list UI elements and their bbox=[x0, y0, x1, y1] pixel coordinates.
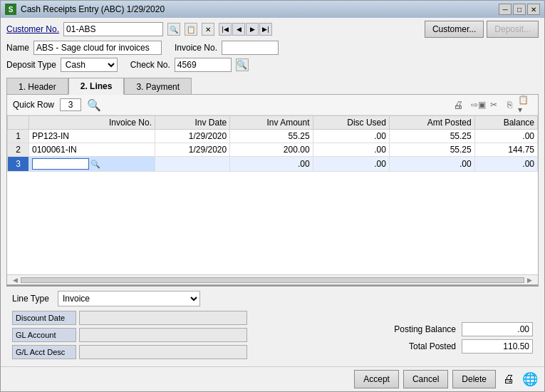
invoice-grid: Invoice No. Inv Date Inv Amount Disc Use… bbox=[7, 115, 538, 172]
cancel-button[interactable]: Cancel bbox=[403, 370, 448, 388]
disc-used-cell: .00 bbox=[313, 130, 389, 143]
tab-payment[interactable]: 3. Payment bbox=[124, 78, 192, 95]
disc-used-cell: .00 bbox=[313, 157, 389, 172]
delete-button[interactable]: Delete bbox=[452, 370, 496, 388]
disc-used-cell: .00 bbox=[313, 143, 389, 157]
invoice-no-cell[interactable]: 0100061-IN bbox=[29, 143, 155, 157]
insert-row-icon[interactable]: ⇨▣ bbox=[471, 98, 485, 112]
invoice-no-label: Invoice No. bbox=[175, 43, 217, 53]
name-row: Name Invoice No. bbox=[6, 41, 539, 55]
invoice-no-edit[interactable] bbox=[32, 158, 89, 170]
customer-button[interactable]: Customer... bbox=[425, 21, 484, 38]
tab-lines[interactable]: 2. Lines bbox=[68, 78, 125, 95]
total-posted-label: Total Posted bbox=[409, 341, 456, 351]
row-num: 3 bbox=[8, 157, 29, 172]
check-search-icon[interactable]: 🔍 bbox=[236, 58, 249, 71]
more-icon[interactable]: 📋▾ bbox=[518, 98, 532, 112]
help-footer-icon[interactable]: 🌐 bbox=[521, 371, 539, 388]
content-area: Customer No. 🔍 📋 ✕ |◀ ◀ ▶ ▶| Customer...… bbox=[1, 18, 544, 366]
table-row[interactable]: 2 0100061-IN 1/29/2020 200.00 .00 55.25 … bbox=[8, 143, 538, 157]
posting-balance-label: Posting Balance bbox=[394, 324, 456, 334]
line-type-row: Line Type Invoice Credit Memo Finance Ch… bbox=[12, 291, 247, 306]
col-header-inv-amount: Inv Amount bbox=[230, 116, 313, 130]
grid-toolbar: Quick Row 🔍 🖨 ⇨▣ ✂ ⎘ 📋▾ bbox=[7, 95, 538, 115]
balance-cell: 144.75 bbox=[474, 143, 537, 157]
app-icon: S bbox=[5, 4, 16, 15]
main-window: S Cash Receipts Entry (ABC) 1/29/2020 ─ … bbox=[0, 0, 545, 392]
inv-date-cell: 1/29/2020 bbox=[155, 143, 230, 157]
name-label: Name bbox=[6, 43, 29, 53]
col-header-amt-posted: Amt Posted bbox=[389, 116, 474, 130]
balance-cell: .00 bbox=[474, 130, 537, 143]
customer-info-icon[interactable]: 📋 bbox=[185, 23, 197, 36]
customer-no-label: Customer No. bbox=[6, 24, 59, 34]
quick-row-input[interactable] bbox=[60, 98, 81, 111]
deposit-button[interactable]: Deposit... bbox=[487, 21, 539, 38]
check-no-input[interactable] bbox=[175, 58, 232, 72]
quick-row-label: Quick Row bbox=[13, 100, 54, 110]
footer-bar: Accept Cancel Delete 🖨 🌐 bbox=[1, 366, 544, 391]
customer-row: Customer No. 🔍 📋 ✕ |◀ ◀ ▶ ▶| Customer...… bbox=[6, 21, 539, 38]
inv-amount-cell: .00 bbox=[230, 157, 313, 172]
quick-row-search-icon[interactable]: 🔍 bbox=[87, 98, 101, 112]
gl-acct-desc-value bbox=[79, 345, 247, 359]
copy-icon[interactable]: ⎘ bbox=[502, 98, 517, 112]
inv-amount-cell: 55.25 bbox=[230, 130, 313, 143]
tab-header[interactable]: 1. Header bbox=[6, 78, 68, 95]
nav-next-button[interactable]: ▶ bbox=[246, 23, 259, 36]
table-row[interactable]: 1 PP123-IN 1/29/2020 55.25 .00 55.25 .00 bbox=[8, 130, 538, 143]
posting-balance-value: .00 bbox=[462, 322, 533, 336]
discount-date-row: Discount Date bbox=[12, 311, 247, 325]
print-icon[interactable]: 🖨 bbox=[451, 98, 465, 112]
accept-button[interactable]: Accept bbox=[354, 370, 399, 388]
navigation-buttons: |◀ ◀ ▶ ▶| bbox=[219, 23, 272, 36]
invoice-no-input[interactable] bbox=[222, 41, 279, 55]
nav-first-button[interactable]: |◀ bbox=[219, 23, 232, 36]
customer-search-icon[interactable]: 🔍 bbox=[167, 23, 180, 36]
horizontal-scrollbar[interactable]: ◀ ▶ bbox=[7, 274, 538, 284]
col-header-row bbox=[8, 116, 29, 130]
table-row[interactable]: 3 🔍 .00 .00 .00 .00 bbox=[8, 157, 538, 172]
row-num: 1 bbox=[8, 130, 29, 143]
gl-acct-desc-label: G/L Acct Desc bbox=[12, 345, 76, 359]
col-header-inv-date: Inv Date bbox=[155, 116, 230, 130]
deposit-type-label: Deposit Type bbox=[6, 60, 56, 70]
row-num: 2 bbox=[8, 143, 29, 157]
amt-posted-cell: .00 bbox=[389, 157, 474, 172]
gl-account-label: GL Account bbox=[12, 328, 76, 342]
customer-no-input[interactable] bbox=[63, 22, 163, 36]
invoice-no-cell[interactable]: PP123-IN bbox=[29, 130, 155, 143]
line-detail-form: Line Type Invoice Credit Memo Finance Ch… bbox=[12, 291, 247, 359]
delete-row-icon[interactable]: ✂ bbox=[487, 98, 501, 112]
name-input[interactable] bbox=[33, 41, 162, 55]
nav-last-button[interactable]: ▶| bbox=[259, 23, 272, 36]
amt-posted-cell: 55.25 bbox=[389, 143, 474, 157]
inv-date-cell bbox=[155, 157, 230, 172]
close-button[interactable]: ✕ bbox=[527, 4, 540, 15]
invoice-no-cell[interactable]: 🔍 bbox=[29, 157, 155, 172]
deposit-type-row: Deposit Type Cash Check Credit Card Chec… bbox=[6, 58, 539, 72]
inv-amount-cell: 200.00 bbox=[230, 143, 313, 157]
col-header-invoice-no: Invoice No. bbox=[29, 116, 155, 130]
grid-container: Invoice No. Inv Date Inv Amount Disc Use… bbox=[7, 115, 538, 274]
total-posted-row: Total Posted 110.50 bbox=[259, 339, 533, 354]
stats-panel: Posting Balance .00 Total Posted 110.50 bbox=[259, 291, 533, 359]
maximize-button[interactable]: □ bbox=[513, 4, 526, 15]
total-posted-value: 110.50 bbox=[462, 339, 533, 354]
row-search-icon[interactable]: 🔍 bbox=[90, 160, 100, 169]
gl-acct-desc-row: G/L Acct Desc bbox=[12, 345, 247, 359]
col-header-disc-used: Disc Used bbox=[313, 116, 389, 130]
title-bar: S Cash Receipts Entry (ABC) 1/29/2020 ─ … bbox=[1, 1, 544, 18]
posting-balance-row: Posting Balance .00 bbox=[259, 322, 533, 336]
tabs-row: 1. Header 2. Lines 3. Payment bbox=[6, 78, 539, 95]
customer-clear-icon[interactable]: ✕ bbox=[202, 23, 214, 36]
line-type-select[interactable]: Invoice Credit Memo Finance Charge bbox=[58, 291, 200, 306]
discount-date-value[interactable] bbox=[79, 311, 247, 325]
gl-account-row: GL Account bbox=[12, 328, 247, 342]
gl-account-value[interactable] bbox=[79, 328, 247, 342]
deposit-type-select[interactable]: Cash Check Credit Card bbox=[61, 58, 118, 72]
check-no-label: Check No. bbox=[130, 60, 170, 70]
print-footer-icon[interactable]: 🖨 bbox=[500, 371, 517, 388]
minimize-button[interactable]: ─ bbox=[499, 4, 512, 15]
nav-prev-button[interactable]: ◀ bbox=[232, 23, 245, 36]
